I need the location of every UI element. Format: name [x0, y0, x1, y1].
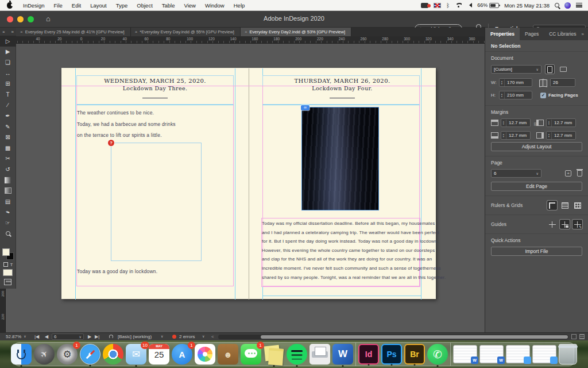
caption-text[interactable]: Today was a good day in lockdown.: [77, 269, 157, 274]
tool-button-page-tool[interactable]: ❏: [0, 57, 16, 68]
dock-item-mail[interactable]: 10: [126, 344, 146, 365]
dock-item-safari[interactable]: [80, 344, 100, 365]
height-field[interactable]: ▴▾ 210 mm: [499, 91, 532, 99]
panel-overflow-icon[interactable]: »: [579, 32, 587, 37]
menu-item[interactable]: Help: [229, 0, 250, 11]
width-field[interactable]: ▴▾ 170 mm: [499, 78, 532, 87]
tool-button-hand-tool[interactable]: ☞: [0, 217, 16, 228]
dock-item-word[interactable]: W: [332, 344, 353, 365]
horizontal-ruler[interactable]: 4020020406080100120140160180200220240260…: [16, 36, 485, 44]
dock-item[interactable]: [450, 343, 451, 366]
panel-tab[interactable]: Pages: [520, 28, 544, 40]
input-language-flag-icon[interactable]: [434, 3, 441, 8]
margin-bottom-field[interactable]: ▴▾ 12.7 mm: [501, 131, 531, 140]
tool-button-gradient-feather-tool[interactable]: [0, 185, 16, 196]
menu-item[interactable]: View: [180, 0, 200, 11]
previous-page-button[interactable]: ◀: [45, 334, 48, 339]
page-count-field[interactable]: 26: [550, 78, 575, 87]
tool-button-direct-selection-tool[interactable]: ▶: [0, 47, 16, 57]
document-spread[interactable]: WEDNESDAY, MARCH 25, 2020. Lockdown Day …: [61, 68, 436, 299]
battery-indicator[interactable]: 66%: [477, 2, 499, 8]
show-guides-button[interactable]: [547, 220, 557, 229]
tool-button-free-transform-tool[interactable]: ↺: [0, 164, 16, 175]
dock-item-bridge[interactable]: Br: [404, 344, 425, 365]
formatting-affects-text-icon[interactable]: T: [10, 262, 13, 267]
linked-file-badge[interactable]: ∞: [301, 105, 310, 110]
screen-mode-icon[interactable]: [4, 279, 11, 285]
baseline-grid-button[interactable]: [560, 201, 570, 210]
tool-button-rectangle-tool[interactable]: ▩: [0, 143, 16, 154]
night-window-photo-frame[interactable]: ∞: [301, 107, 379, 210]
import-file-button[interactable]: Import File: [491, 247, 582, 256]
tool-button-note-tool[interactable]: ▤: [0, 196, 16, 207]
preflight-profile[interactable]: [Basic] (working): [118, 334, 152, 339]
volume-icon[interactable]: [467, 3, 472, 7]
portrait-orientation-button[interactable]: [545, 64, 555, 74]
dock-item-calendar[interactable]: MAY 25: [149, 344, 169, 365]
dock-item-finder[interactable]: [11, 344, 32, 365]
margin-inside-field[interactable]: ▴▾ 12.7 mm: [546, 118, 576, 127]
close-tab-icon[interactable]: ×: [245, 29, 247, 34]
tool-button-type-tool[interactable]: T: [0, 89, 16, 100]
page-number-select[interactable]: 6 ∨: [52, 334, 84, 340]
vertical-ruler[interactable]: 200220: [0, 288, 6, 332]
show-rulers-button[interactable]: [547, 201, 557, 210]
wifi-icon[interactable]: [455, 3, 462, 8]
dock-item-trash[interactable]: [559, 344, 577, 365]
menubar-clock[interactable]: Mon 25 May 21:38: [504, 2, 550, 9]
dock-item-messages[interactable]: 1: [241, 344, 261, 365]
dock-item[interactable]: [355, 343, 356, 366]
body-text-frame[interactable]: Today was my official dissertation deadl…: [262, 219, 420, 282]
screen-recording-icon[interactable]: [421, 3, 428, 8]
menu-item[interactable]: File: [49, 0, 67, 11]
siri-icon[interactable]: [564, 2, 571, 9]
last-page-button[interactable]: ▶|: [95, 334, 99, 339]
first-page-button[interactable]: |◀: [34, 334, 39, 339]
dock-item-photos[interactable]: [195, 344, 215, 365]
margin-top-field[interactable]: ▴▾ 12.7 mm: [501, 118, 531, 127]
tool-button-gap-tool[interactable]: ↔: [0, 68, 16, 79]
menu-item[interactable]: Layout: [86, 0, 111, 11]
dock-item-indesign[interactable]: Id: [358, 344, 379, 365]
close-tab-icon[interactable]: ×: [135, 29, 138, 34]
tool-button-pen-tool[interactable]: ✒: [0, 110, 16, 121]
collapse-icon[interactable]: »: [11, 29, 14, 34]
tool-button-content-collector-tool[interactable]: ⊞: [0, 78, 16, 89]
landscape-orientation-button[interactable]: [558, 64, 568, 74]
missing-link-badge[interactable]: ?: [108, 140, 114, 146]
dock-item-launchpad[interactable]: [34, 344, 55, 365]
body-text-frame[interactable]: The weather continues to be nice.Today, …: [77, 109, 232, 143]
panel-tab[interactable]: CC Libraries: [544, 28, 581, 40]
tool-button-eyedropper-tool[interactable]: ✒: [0, 207, 16, 218]
menu-item[interactable]: Window: [200, 0, 229, 11]
spotlight-icon[interactable]: [555, 3, 559, 7]
dock-item-minimized-window-finder-2[interactable]: [532, 345, 556, 363]
tool-button-selection-tool[interactable]: ▷: [0, 36, 16, 47]
adjust-layout-button[interactable]: Adjust Layout: [491, 142, 582, 151]
tool-button-scissors-tool[interactable]: ✂: [0, 154, 16, 164]
link-margins-icon[interactable]: ∞: [532, 122, 538, 126]
menu-item[interactable]: Type: [111, 0, 133, 11]
current-page-select[interactable]: 6 ∨: [491, 169, 541, 178]
tool-button-line-tool[interactable]: ∕: [0, 100, 16, 111]
document-tab[interactable]: × *Everyday Every Day.indd @ 55% [GPU Pr…: [131, 28, 241, 36]
document-grid-button[interactable]: [572, 201, 582, 210]
dock-item-minimized-window-finder-1[interactable]: [506, 345, 530, 363]
curtain-photo-frame[interactable]: ?: [111, 143, 202, 261]
delete-page-button[interactable]: [577, 170, 582, 177]
add-page-button[interactable]: +: [565, 170, 571, 177]
dock-item-stickies[interactable]: [264, 344, 284, 365]
facing-pages-checkbox[interactable]: ✓: [540, 93, 546, 98]
document-tab[interactable]: × Everyday Every Day2.indd @ 53% [GPU Pr…: [241, 28, 351, 36]
menu-item[interactable]: InDesign: [18, 0, 49, 11]
menu-item[interactable]: Edit: [67, 0, 86, 11]
scroll-left-icon[interactable]: <: [211, 334, 214, 339]
dock-item-contacts[interactable]: [218, 344, 238, 365]
menu-item[interactable]: Object: [132, 0, 157, 11]
document-tab[interactable]: × Everyday Every 25 May.indd @ 41% [GPU …: [16, 28, 131, 36]
tool-button-zoom-tool[interactable]: [0, 228, 16, 239]
fill-swatch[interactable]: [2, 248, 10, 256]
apply-color-swatch[interactable]: [3, 269, 13, 276]
window-view-icon[interactable]: [571, 334, 577, 339]
tool-button-pencil-tool[interactable]: ✎: [0, 121, 16, 132]
